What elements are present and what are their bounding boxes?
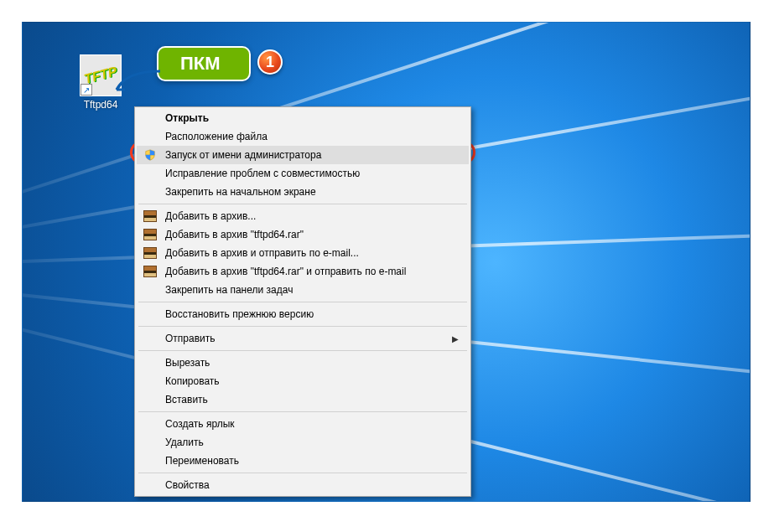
menu-create-shortcut-label: Создать ярлык: [165, 418, 235, 430]
menu-run-as-admin-label: Запуск от имени администратора: [165, 149, 321, 161]
winrar-icon: [143, 265, 157, 278]
menu-create-shortcut[interactable]: Создать ярлык: [137, 415, 469, 433]
winrar-icon: [143, 246, 157, 260]
annotation-pkm-badge: ПКМ: [157, 46, 251, 81]
menu-add-archive-named[interactable]: Добавить в архив "tftpd64.rar": [137, 225, 469, 244]
menu-add-archive-named-label: Добавить в архив "tftpd64.rar": [165, 229, 304, 240]
menu-rename-label: Переименовать: [165, 455, 239, 467]
menu-open-label: Открыть: [165, 112, 209, 124]
menu-separator: [138, 350, 467, 351]
context-menu: Открыть Расположение файла Запуск от име…: [134, 106, 471, 497]
menu-separator: [138, 204, 467, 204]
menu-rename[interactable]: Переименовать: [137, 452, 469, 470]
menu-paste-label: Вставить: [165, 394, 208, 405]
menu-cut[interactable]: Вырезать: [137, 354, 469, 372]
desktop: TFTP ↗ Tftpd64 ПКМ 1 2 Открыть Расположе…: [22, 22, 751, 502]
menu-add-archive[interactable]: Добавить в архив...: [137, 207, 469, 225]
menu-open[interactable]: Открыть: [137, 109, 469, 127]
uac-shield-icon: [143, 148, 157, 162]
annotation-step-1: 1: [257, 49, 283, 75]
menu-run-as-admin[interactable]: Запуск от имени администратора: [137, 146, 469, 164]
menu-copy-label: Копировать: [165, 375, 220, 387]
menu-properties[interactable]: Свойства: [137, 476, 469, 494]
menu-properties-label: Свойства: [165, 479, 210, 491]
menu-pin-start[interactable]: Закрепить на начальном экране: [137, 183, 469, 201]
menu-troubleshoot-label: Исправление проблем с совместимостью: [165, 168, 360, 179]
chevron-right-icon: ▶: [452, 334, 459, 343]
menu-delete-label: Удалить: [165, 436, 204, 448]
menu-add-archive-label: Добавить в архив...: [165, 210, 256, 222]
menu-copy[interactable]: Копировать: [137, 372, 469, 390]
menu-pin-taskbar[interactable]: Закрепить на панели задач: [137, 281, 469, 299]
menu-pin-taskbar-label: Закрепить на панели задач: [165, 284, 293, 296]
menu-add-archive-email[interactable]: Добавить в архив и отправить по e-mail..…: [137, 244, 469, 262]
menu-troubleshoot-compat[interactable]: Исправление проблем с совместимостью: [137, 164, 469, 183]
tftpd64-icon: TFTP ↗: [80, 54, 122, 96]
menu-separator: [138, 411, 467, 412]
menu-separator: [138, 326, 467, 327]
menu-file-location[interactable]: Расположение файла: [137, 127, 469, 146]
menu-separator: [138, 473, 467, 473]
menu-add-archive-named-email-label: Добавить в архив "tftpd64.rar" и отправи…: [165, 266, 406, 277]
menu-restore-version-label: Восстановить прежнюю версию: [165, 308, 314, 320]
menu-delete[interactable]: Удалить: [137, 433, 469, 452]
shortcut-arrow-icon: ↗: [81, 84, 92, 96]
desktop-shortcut[interactable]: TFTP ↗ Tftpd64: [71, 54, 130, 111]
menu-add-archive-named-email[interactable]: Добавить в архив "tftpd64.rar" и отправи…: [137, 262, 469, 281]
menu-send-to-label: Отправить: [165, 333, 216, 344]
menu-pin-start-label: Закрепить на начальном экране: [165, 186, 316, 198]
winrar-icon: [143, 228, 157, 241]
menu-separator: [138, 302, 467, 302]
menu-restore-version[interactable]: Восстановить прежнюю версию: [137, 305, 469, 323]
menu-send-to[interactable]: Отправить ▶: [137, 329, 469, 348]
icon-label: Tftpd64: [71, 99, 130, 111]
menu-cut-label: Вырезать: [165, 357, 210, 369]
annotation-pkm-text: ПКМ: [180, 53, 221, 74]
menu-add-archive-email-label: Добавить в архив и отправить по e-mail..…: [165, 247, 359, 259]
winrar-icon: [143, 209, 157, 223]
menu-paste[interactable]: Вставить: [137, 390, 469, 409]
menu-file-location-label: Расположение файла: [165, 131, 268, 142]
